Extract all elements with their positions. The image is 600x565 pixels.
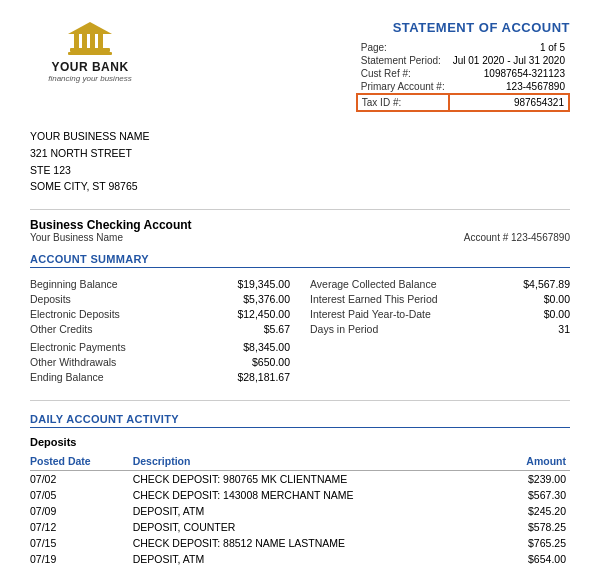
summary-value: $0.00 [500, 308, 570, 320]
summary-left-row: Other Credits$5.67 [30, 321, 290, 336]
row-amount: $567.30 [490, 487, 570, 503]
bank-building-icon [68, 20, 112, 56]
summary-left-row: Other Withdrawals$650.00 [30, 354, 290, 369]
table-row: 07/12 DEPOSIT, COUNTER $578.25 [30, 519, 570, 535]
summary-value: $5.67 [220, 323, 290, 335]
summary-label: Interest Earned This Period [310, 293, 438, 305]
svg-rect-1 [74, 34, 79, 48]
tax-id-value: 987654321 [449, 94, 569, 111]
summary-label: Ending Balance [30, 371, 104, 383]
summary-label: Electronic Payments [30, 341, 126, 353]
activity-subsection-title: Deposits [30, 436, 570, 448]
period-label: Statement Period: [357, 54, 449, 67]
row-desc: DEPOSIT, COUNTER [133, 519, 490, 535]
summary-value: $5,376.00 [220, 293, 290, 305]
primary-acct-row: Primary Account #: 123-4567890 [357, 80, 569, 94]
activity-table-body: 07/02 CHECK DEPOSIT: 980765 MK CLIENTNAM… [30, 471, 570, 565]
address-section: YOUR BUSINESS NAME 321 NORTH STREET STE … [30, 128, 570, 195]
table-row: 07/15 CHECK DEPOSIT: 88512 NAME LASTNAME… [30, 535, 570, 551]
row-date: 07/12 [30, 519, 133, 535]
tax-id-label: Tax ID #: [357, 94, 449, 111]
row-amount: $245.20 [490, 503, 570, 519]
summary-grid: Beginning Balance$19,345.00Deposits$5,37… [30, 276, 570, 384]
address-divider [30, 209, 570, 210]
activity-table: Posted Date Description Amount 07/02 CHE… [30, 453, 570, 565]
summary-label: Beginning Balance [30, 278, 118, 290]
account-type: Business Checking Account [30, 218, 192, 232]
cust-ref-row: Cust Ref #: 10987654-321123 [357, 67, 569, 80]
table-row: 07/05 CHECK DEPOSIT: 143008 MERCHANT NAM… [30, 487, 570, 503]
summary-left-row: Electronic Payments$8,345.00 [30, 339, 290, 354]
summary-section-header: ACCOUNT SUMMARY [30, 253, 570, 268]
account-number: Account # 123-4567890 [464, 232, 570, 243]
row-amount: $239.00 [490, 471, 570, 488]
address-line4: SOME CITY, ST 98765 [30, 178, 570, 195]
bank-tagline: financing your business [48, 74, 132, 83]
page-header: YOUR BANK financing your business STATEM… [30, 20, 570, 112]
summary-label: Days in Period [310, 323, 378, 335]
summary-right-row: Interest Earned This Period$0.00 [310, 291, 570, 306]
row-date: 07/05 [30, 487, 133, 503]
col-header-date: Posted Date [30, 453, 133, 471]
primary-acct-value: 123-4567890 [449, 80, 569, 94]
summary-divider [30, 400, 570, 401]
summary-label: Other Withdrawals [30, 356, 116, 368]
account-title-section: Business Checking Account Your Business … [30, 218, 570, 243]
account-number-label: Account # [464, 232, 508, 243]
row-desc: CHECK DEPOSIT: 88512 NAME LASTNAME [133, 535, 490, 551]
col-header-amount: Amount [490, 453, 570, 471]
svg-rect-6 [68, 52, 112, 55]
summary-right-row: Days in Period31 [310, 321, 570, 336]
period-value: Jul 01 2020 - Jul 31 2020 [449, 54, 569, 67]
address-line2: 321 NORTH STREET [30, 145, 570, 162]
address-line3: STE 123 [30, 162, 570, 179]
account-title-left: Business Checking Account Your Business … [30, 218, 192, 243]
bank-logo: YOUR BANK financing your business [30, 20, 150, 83]
row-date: 07/19 [30, 551, 133, 565]
summary-value: $12,450.00 [220, 308, 290, 320]
summary-value: $19,345.00 [220, 278, 290, 290]
summary-left-col: Beginning Balance$19,345.00Deposits$5,37… [30, 276, 290, 384]
row-amount: $578.25 [490, 519, 570, 535]
cust-ref-value: 10987654-321123 [449, 67, 569, 80]
account-owner: Your Business Name [30, 232, 192, 243]
summary-label: Deposits [30, 293, 71, 305]
page-row: Page: 1 of 5 [357, 41, 569, 54]
account-summary-section: ACCOUNT SUMMARY Beginning Balance$19,345… [30, 253, 570, 384]
page-label: Page: [357, 41, 449, 54]
row-desc: CHECK DEPOSIT: 143008 MERCHANT NAME [133, 487, 490, 503]
summary-left-row: Electronic Deposits$12,450.00 [30, 306, 290, 321]
account-number-value: 123-4567890 [511, 232, 570, 243]
summary-value: 31 [500, 323, 570, 335]
primary-acct-label: Primary Account #: [357, 80, 449, 94]
row-date: 07/02 [30, 471, 133, 488]
svg-rect-4 [98, 34, 103, 48]
statement-header: STATEMENT OF ACCOUNT Page: 1 of 5 Statem… [356, 20, 570, 112]
activity-header-row: Posted Date Description Amount [30, 453, 570, 471]
summary-label: Other Credits [30, 323, 92, 335]
table-row: 07/19 DEPOSIT, ATM $654.00 [30, 551, 570, 565]
activity-table-header: Posted Date Description Amount [30, 453, 570, 471]
summary-value: $0.00 [500, 293, 570, 305]
summary-left-row: Deposits$5,376.00 [30, 291, 290, 306]
bank-name: YOUR BANK [51, 60, 128, 74]
svg-rect-2 [82, 34, 87, 48]
row-desc: DEPOSIT, ATM [133, 503, 490, 519]
tax-id-row: Tax ID #: 987654321 [357, 94, 569, 111]
summary-right-col: Average Collected Balance$4,567.89Intere… [310, 276, 570, 384]
summary-right-row: Average Collected Balance$4,567.89 [310, 276, 570, 291]
table-row: 07/02 CHECK DEPOSIT: 980765 MK CLIENTNAM… [30, 471, 570, 488]
summary-value: $8,345.00 [220, 341, 290, 353]
row-desc: DEPOSIT, ATM [133, 551, 490, 565]
statement-info-table: Page: 1 of 5 Statement Period: Jul 01 20… [356, 41, 570, 112]
summary-right-row: Interest Paid Year-to-Date$0.00 [310, 306, 570, 321]
summary-value: $650.00 [220, 356, 290, 368]
svg-marker-5 [68, 22, 112, 34]
svg-rect-0 [70, 48, 110, 52]
svg-rect-3 [90, 34, 95, 48]
row-date: 07/15 [30, 535, 133, 551]
summary-label: Electronic Deposits [30, 308, 120, 320]
summary-left-row: Ending Balance$28,181.67 [30, 369, 290, 384]
summary-value: $4,567.89 [500, 278, 570, 290]
cust-ref-label: Cust Ref #: [357, 67, 449, 80]
